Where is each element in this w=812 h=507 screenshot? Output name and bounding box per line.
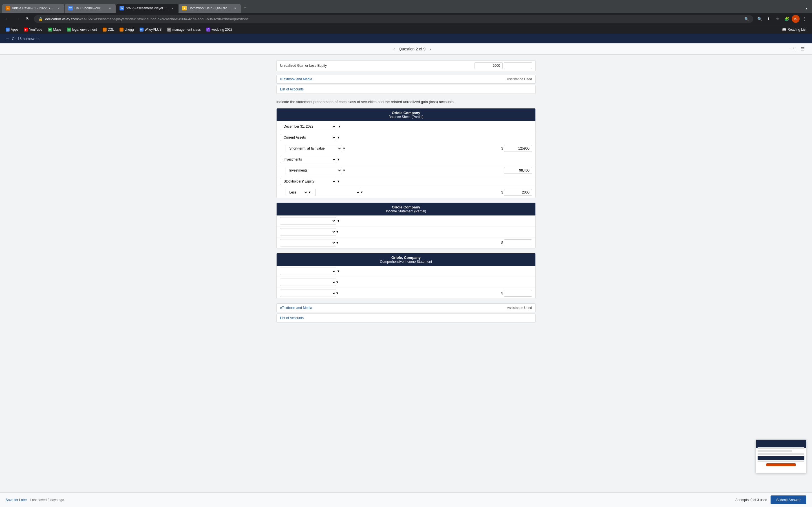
bs-less-item-dropdown[interactable]: [315, 189, 360, 196]
tab-ch16-homework[interactable]: W Ch 16 homework ×: [65, 4, 116, 13]
bs-ca-chevron: ▾: [338, 135, 340, 139]
bs-investments-dropdown[interactable]: Investments: [286, 167, 342, 174]
refresh-icon: ↻: [26, 16, 30, 22]
tab-close-3[interactable]: ×: [170, 6, 175, 10]
bookmark-wedding[interactable]: 💍 wedding 2023: [204, 26, 235, 33]
bs-stockholders-equity-row: Stockholders' Equity ▾: [276, 176, 536, 187]
back-icon: ←: [5, 16, 10, 21]
wileyplus-label: WileyPLUS: [145, 27, 162, 32]
ci-row1-chevron: ▾: [336, 280, 338, 284]
list-accounts-row-2[interactable]: List of Accounts: [276, 314, 536, 323]
address-bar-row: ← → ↻ 🔒 education.wiley.com/was/ui/v2/as…: [0, 13, 812, 25]
bs-less-input[interactable]: [504, 189, 532, 196]
is-date-dropdown[interactable]: [280, 217, 336, 224]
tab-homework-help[interactable]: ★ Homework Help - Q&A from O... ×: [179, 4, 241, 13]
youtube-favicon: ▶: [24, 27, 28, 32]
bookmark-youtube[interactable]: ▶ YouTube: [22, 26, 45, 33]
reading-list-label: Reading List: [788, 27, 806, 32]
is-date-row: ▾: [276, 216, 536, 226]
menu-button[interactable]: ⋮: [801, 15, 809, 23]
bs-current-assets-dropdown[interactable]: Current Assets: [280, 134, 336, 141]
bookmarks-bar: ⊞ Apps ▶ YouTube M Maps ⚖ legal envirome…: [0, 25, 812, 34]
unrealized-value-input[interactable]: [474, 62, 503, 69]
list-accounts-row-1[interactable]: List of Accounts: [276, 85, 536, 94]
profile-button[interactable]: K: [792, 15, 800, 23]
legal-label: legal enviroment: [72, 27, 97, 32]
search-page-button[interactable]: 🔍: [756, 15, 763, 23]
ci-company-name: Oriole, Company: [280, 256, 532, 260]
reading-list-button[interactable]: 📖 Reading List: [780, 26, 809, 33]
tab-favicon-1: A: [6, 6, 10, 10]
etextbook-media-row-2[interactable]: eTextbook and Media Assistance Used: [276, 303, 536, 313]
bookmark-apps[interactable]: ⊞ Apps: [3, 26, 20, 33]
back-button[interactable]: ←: [3, 15, 11, 23]
prev-question-button[interactable]: ‹: [392, 46, 396, 52]
bookmark-wileyplus[interactable]: W WileyPLUS: [137, 26, 164, 33]
share-button[interactable]: ⬆: [765, 15, 772, 23]
new-tab-button[interactable]: +: [241, 2, 249, 13]
bookmark-management[interactable]: M management class: [165, 26, 203, 33]
refresh-button[interactable]: ↻: [24, 15, 32, 23]
bookmark-d2l[interactable]: D D2L: [100, 26, 116, 33]
tab-article-review[interactable]: A Article Review 1 - 2022 Spring ×: [2, 4, 64, 13]
forward-button[interactable]: →: [13, 15, 21, 23]
ci-row2-dropdown[interactable]: [280, 290, 336, 297]
bookmark-maps[interactable]: M Maps: [46, 26, 64, 33]
ci-row1: ▾: [276, 277, 536, 288]
ci-amount-input[interactable]: [504, 290, 532, 297]
bs-row2-input[interactable]: [504, 167, 532, 174]
ci-doc-type: Comprehensive Income Statement: [280, 260, 532, 264]
question-nav-bar: ‹ Question 2 of 9 › - / 1 ☰: [0, 43, 812, 55]
address-bar[interactable]: 🔒 education.wiley.com/was/ui/v2/assessme…: [34, 15, 753, 23]
next-question-button[interactable]: ›: [428, 46, 433, 52]
bookmark-legal[interactable]: ⚖ legal enviroment: [65, 26, 99, 33]
is-amount-input[interactable]: [504, 239, 532, 246]
is-row2-dropdown[interactable]: [280, 239, 336, 246]
d2l-label: D2L: [108, 27, 114, 32]
search-icon: 🔍: [744, 17, 749, 21]
question-label: Question 2 of 9: [399, 47, 425, 51]
income-statement-container: Oriole Company Income Statement (Partial…: [276, 203, 536, 248]
ci-row1-dropdown[interactable]: [280, 279, 336, 286]
chegg-label: chegg: [124, 27, 134, 32]
question-nav-center: ‹ Question 2 of 9 ›: [392, 46, 433, 52]
bs-date-dropdown[interactable]: December 31, 2022: [280, 123, 336, 130]
page-header: ← Ch 16 homework: [0, 34, 812, 43]
etextbook-media-row-1[interactable]: eTextbook and Media Assistance Used: [276, 75, 536, 83]
forward-icon: →: [15, 16, 20, 21]
address-bar-actions: 🔍 ⬆ ☆ 🧩 K ⋮: [756, 15, 809, 23]
bookmark-button[interactable]: ☆: [774, 15, 781, 23]
comprehensive-header: Oriole, Company Comprehensive Income Sta…: [276, 253, 536, 266]
question-list-button[interactable]: ☰: [799, 46, 806, 52]
tab-nwp-active[interactable]: W NWP Assessment Player UI Ap... ×: [116, 4, 178, 13]
bs-row1-input[interactable]: [504, 145, 532, 152]
bs-investments-section-dropdown[interactable]: Investments: [280, 156, 336, 163]
tab-close-4[interactable]: ×: [233, 6, 238, 10]
tab-close-1[interactable]: ×: [56, 6, 61, 10]
tab-title-1: Article Review 1 - 2022 Spring: [12, 6, 55, 10]
ci-date-dropdown[interactable]: [280, 268, 336, 275]
bs-stockholders-dropdown[interactable]: Stockholders' Equity: [280, 178, 336, 185]
bs-date-chevron: ▾: [339, 124, 341, 128]
is-doc-type: Income Statement (Partial): [280, 209, 532, 213]
tab-title-2: Ch 16 homework: [74, 6, 106, 10]
bs-inv-chevron: ▾: [343, 168, 345, 172]
tab-overflow-button[interactable]: ▾: [804, 4, 810, 13]
etextbook-label-1: eTextbook and Media: [280, 77, 312, 81]
bs-row1-dollar: $: [501, 146, 503, 151]
top-section-box: Unrealized Gain or Loss-Equity: [276, 60, 536, 71]
bs-short-term-dropdown[interactable]: Short-term, at fair value: [286, 145, 342, 152]
unrealized-extra-input[interactable]: [504, 62, 532, 69]
tab-close-2[interactable]: ×: [108, 6, 112, 10]
bookmark-chegg[interactable]: C chegg: [117, 26, 136, 33]
back-to-ch16-button[interactable]: ← Ch 16 homework: [6, 36, 40, 41]
bs-less-dropdown[interactable]: Less: [286, 189, 308, 196]
main-content: Unrealized Gain or Loss-Equity eTextbook…: [271, 55, 541, 346]
is-row1-dropdown[interactable]: [280, 228, 336, 235]
apps-label: Apps: [11, 27, 18, 32]
bs-investments-row: Investments ▾: [276, 165, 536, 176]
extensions-button[interactable]: 🧩: [783, 15, 791, 23]
bs-company-name: Oriole Company: [280, 111, 532, 115]
bs-less-chevron: ▾: [309, 190, 311, 194]
management-label: management class: [172, 27, 201, 32]
